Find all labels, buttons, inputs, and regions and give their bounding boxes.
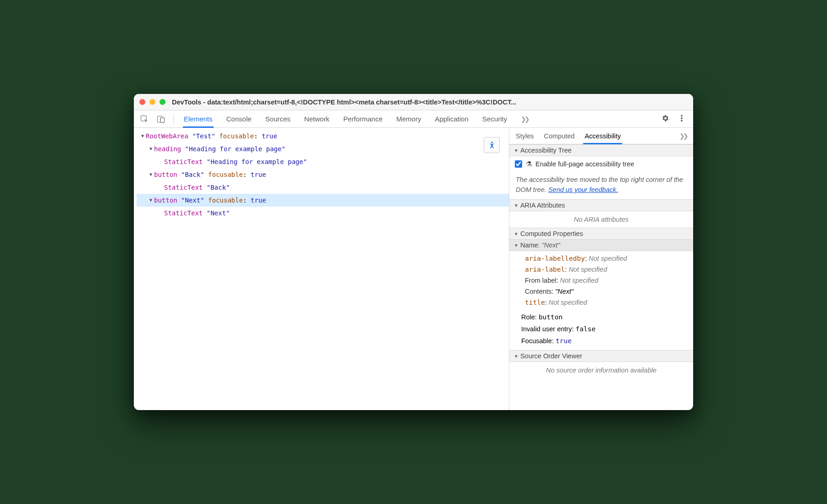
kebab-menu-icon[interactable] — [678, 114, 686, 124]
section-accessibility-tree[interactable]: ▼ Accessibility Tree — [509, 144, 693, 156]
subtab-accessibility[interactable]: Accessibility — [584, 128, 621, 144]
subtab-styles[interactable]: Styles — [516, 128, 534, 144]
sidebar-subtabs: Styles Computed Accessibility ❯❯ — [509, 128, 693, 144]
tab-elements[interactable]: Elements — [184, 110, 213, 127]
more-tabs-icon[interactable]: ❯❯ — [521, 115, 528, 123]
name-prop-list: aria-labelledby: Not specified aria-labe… — [509, 251, 693, 312]
svg-point-7 — [491, 141, 492, 142]
computed-name-row[interactable]: ▼ Name: "Next" — [509, 240, 693, 251]
zoom-window-button[interactable] — [160, 99, 165, 105]
role-row: Role: button — [509, 312, 693, 323]
titlebar: DevTools - data:text/html;charset=utf-8,… — [134, 94, 693, 110]
disclosure-triangle-icon[interactable]: ▼ — [148, 168, 154, 181]
tree-row-heading[interactable]: ▼ heading "Heading for example page" — [137, 142, 509, 155]
tab-memory[interactable]: Memory — [397, 110, 421, 127]
sidebar-pane: Styles Computed Accessibility ❯❯ ▼ Acces… — [509, 128, 693, 410]
aria-empty-text: No ARIA attributes — [509, 211, 693, 228]
disclosure-triangle-icon[interactable]: ▼ — [148, 194, 154, 207]
svg-point-5 — [681, 118, 683, 119]
settings-gear-icon[interactable] — [661, 114, 669, 124]
invalid-row: Invalid user entry: false — [509, 323, 693, 335]
disclosure-triangle-icon: ▼ — [514, 243, 518, 248]
close-window-button[interactable] — [139, 99, 145, 105]
tab-sources[interactable]: Sources — [265, 110, 291, 127]
more-subtabs-icon[interactable]: ❯❯ — [679, 132, 687, 140]
device-toolbar-icon[interactable] — [156, 114, 166, 124]
section-computed-properties[interactable]: ▼ Computed Properties — [509, 228, 693, 240]
tree-row-root[interactable]: ▼ RootWebArea "Test" focusable: true — [137, 130, 509, 142]
experiment-flask-icon: ⚗ — [526, 160, 532, 168]
disclosure-triangle-icon: ▼ — [514, 203, 518, 208]
svg-point-4 — [681, 115, 683, 116]
tree-row-heading-text[interactable]: StaticText "Heading for example page" — [137, 155, 509, 168]
tree-row-back-button[interactable]: ▼ button "Back" focusable: true — [137, 168, 509, 181]
disclosure-triangle-icon: ▼ — [514, 354, 518, 359]
enable-fullpage-a11y-checkbox[interactable]: ⚗ Enable full-page accessibility tree — [515, 160, 688, 168]
tree-row-next-button[interactable]: ▼ button "Next" focusable: true — [137, 194, 509, 207]
inspect-element-icon[interactable] — [139, 114, 149, 124]
svg-rect-2 — [160, 117, 164, 122]
tree-row-next-text[interactable]: StaticText "Next" — [137, 207, 509, 219]
section-source-order-viewer[interactable]: ▼ Source Order Viewer — [509, 350, 693, 362]
feedback-link[interactable]: Send us your feedback. — [548, 186, 618, 193]
disclosure-triangle-icon: ▼ — [514, 148, 518, 153]
devtools-body: ▼ RootWebArea "Test" focusable: true ▼ h… — [134, 128, 693, 410]
accessibility-tree-pane: ▼ RootWebArea "Test" focusable: true ▼ h… — [134, 128, 509, 410]
window-title: DevTools - data:text/html;charset=utf-8,… — [172, 99, 688, 106]
subtab-computed[interactable]: Computed — [544, 128, 575, 144]
minimize-window-button[interactable] — [149, 99, 155, 105]
svg-point-6 — [681, 120, 683, 121]
tabbar-separator — [173, 114, 174, 124]
tab-application[interactable]: Application — [435, 110, 469, 127]
sov-empty-text: No source order information available — [509, 362, 693, 376]
checkbox-input[interactable] — [515, 160, 522, 168]
disclosure-triangle-icon[interactable]: ▼ — [139, 130, 146, 142]
disclosure-triangle-icon[interactable]: ▼ — [148, 142, 154, 155]
focusable-row: Focusable: true — [509, 335, 693, 350]
disclosure-triangle-icon: ▼ — [514, 231, 518, 236]
tab-security[interactable]: Security — [482, 110, 507, 127]
tab-network[interactable]: Network — [304, 110, 330, 127]
traffic-lights — [139, 99, 165, 105]
accessibility-toggle-button[interactable] — [484, 137, 500, 153]
tab-console[interactable]: Console — [226, 110, 252, 127]
tab-performance[interactable]: Performance — [343, 110, 383, 127]
section-aria-attributes[interactable]: ▼ ARIA Attributes — [509, 199, 693, 211]
devtools-window: DevTools - data:text/html;charset=utf-8,… — [134, 94, 693, 410]
main-tabbar: Elements Console Sources Network Perform… — [134, 110, 693, 128]
a11y-hint: The accessibility tree moved to the top … — [509, 172, 693, 199]
tree-row-back-text[interactable]: StaticText "Back" — [137, 181, 509, 194]
